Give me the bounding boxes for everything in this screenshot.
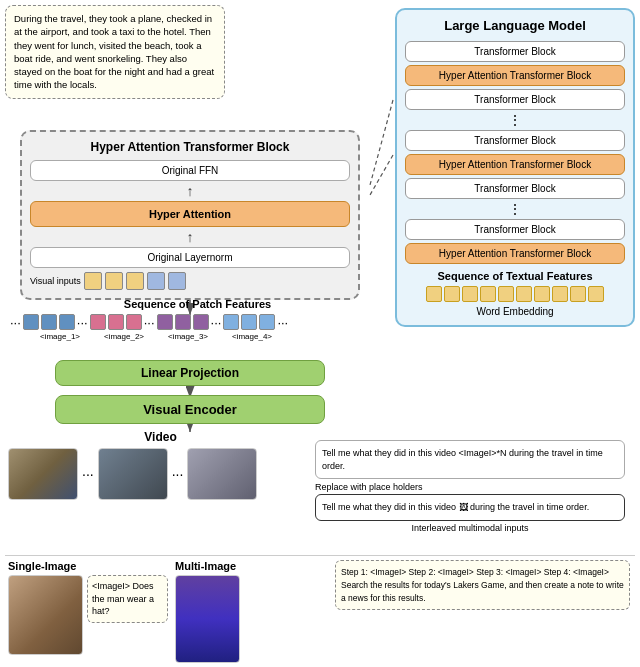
patch-b1 — [23, 314, 39, 330]
hyper-attention-box: Hyper Attention — [30, 201, 350, 227]
tex-feat-1 — [426, 286, 442, 302]
vi-box-4 — [147, 272, 165, 290]
llm-block-3: Transformer Block — [405, 130, 625, 151]
text-passage-box: During the travel, they took a plane, ch… — [5, 5, 225, 99]
patch-dots-4: ··· — [211, 315, 222, 330]
img-label-2: <image_2> — [94, 332, 154, 341]
patch-lb2 — [241, 314, 257, 330]
llm-dots-2: ⋮ — [405, 202, 625, 216]
video-frame-3 — [187, 448, 257, 500]
tex-feat-2 — [444, 286, 460, 302]
visual-inputs-label: Visual inputs — [30, 276, 81, 286]
patch-dots-2: ··· — [77, 315, 88, 330]
llm-hat-block-2: Hyper Attention Transformer Block — [405, 154, 625, 175]
tex-feat-9 — [570, 286, 586, 302]
patch-dots-3: ··· — [144, 315, 155, 330]
video-title: Video — [8, 430, 313, 444]
patch-section: Sequence of Patch Features ··· ··· ··· ·… — [10, 298, 385, 341]
tex-feat-6 — [516, 286, 532, 302]
patch-features-row: ··· ··· ··· ··· ··· — [10, 314, 385, 330]
patch-pu1 — [157, 314, 173, 330]
patch-p3 — [126, 314, 142, 330]
video-frame-2 — [98, 448, 168, 500]
tex-feat-5 — [498, 286, 514, 302]
query-box: Tell me what they did in this video <Ima… — [315, 440, 625, 479]
multi-image-frame — [175, 575, 240, 663]
single-image-title: Single-Image — [8, 560, 168, 572]
steps-box: Step 1: <ImageI> Step 2: <ImageI> Step 3… — [335, 560, 630, 610]
single-image-frame — [8, 575, 83, 655]
multi-image-title: Multi-Image — [175, 560, 330, 572]
patch-b3 — [59, 314, 75, 330]
query-text: Tell me what they did in this video <Ima… — [322, 448, 603, 471]
linear-projection-box: Linear Projection — [55, 360, 325, 386]
tex-feat-8 — [552, 286, 568, 302]
interleaved-section: Tell me what they did in this video <Ima… — [315, 440, 625, 533]
textual-features-label: Sequence of Textual Features — [405, 270, 625, 282]
arrow-ffn-to-ha: ↑ — [30, 184, 350, 198]
visual-encoder-box: Visual Encoder — [55, 395, 325, 424]
llm-panel: Large Language Model Transformer Block H… — [395, 8, 635, 327]
hat-block: Hyper Attention Transformer Block Origin… — [20, 130, 360, 300]
single-image-question: <ImageI> Does the man wear a hat? — [87, 575, 168, 623]
hat-block-title: Hyper Attention Transformer Block — [30, 140, 350, 154]
arrow-ha-to-ln: ↑ — [30, 230, 350, 244]
patch-features-label: Sequence of Patch Features — [10, 298, 385, 310]
replaced-box: Tell me what they did in this video 🖼 du… — [315, 494, 625, 521]
patch-pu2 — [175, 314, 191, 330]
svg-line-9 — [370, 155, 393, 195]
main-container: During the travel, they took a plane, ch… — [0, 0, 640, 667]
img-label-3: <image_3> — [158, 332, 218, 341]
video-section: Video ··· ··· — [8, 430, 313, 500]
img-label-1: <image_1> — [30, 332, 90, 341]
patch-p1 — [90, 314, 106, 330]
original-ffn-box: Original FFN — [30, 160, 350, 181]
single-image-content: <ImageI> Does the man wear a hat? — [8, 575, 168, 655]
vi-box-5 — [168, 272, 186, 290]
visual-inputs-row: Visual inputs — [30, 272, 350, 290]
video-frames-dots-2: ··· — [172, 466, 184, 482]
multi-image-section: Multi-Image — [175, 560, 330, 663]
replace-label: Replace with place holders — [315, 482, 625, 492]
patch-pu3 — [193, 314, 209, 330]
patch-dots-left: ··· — [10, 315, 21, 330]
video-frames-row: ··· ··· — [8, 448, 313, 500]
llm-hat-block-3: Hyper Attention Transformer Block — [405, 243, 625, 264]
vi-box-2 — [105, 272, 123, 290]
replaced-text: Tell me what they did in this video 🖼 du… — [322, 502, 589, 512]
svg-line-8 — [370, 100, 393, 185]
interleaved-label: Interleaved multimodal inputs — [315, 523, 625, 533]
llm-hat-block-1: Hyper Attention Transformer Block — [405, 65, 625, 86]
llm-block-4: Transformer Block — [405, 178, 625, 199]
llm-block-1: Transformer Block — [405, 41, 625, 62]
llm-title: Large Language Model — [405, 18, 625, 33]
tex-feat-10 — [588, 286, 604, 302]
image-labels-row: <image_1> <image_2> <image_3> <image_4> — [30, 332, 385, 341]
llm-dots-1: ⋮ — [405, 113, 625, 127]
tex-feat-3 — [462, 286, 478, 302]
patch-lb1 — [223, 314, 239, 330]
llm-block-5: Transformer Block — [405, 219, 625, 240]
video-frame-1 — [8, 448, 78, 500]
vi-box-3 — [126, 272, 144, 290]
tex-feat-4 — [480, 286, 496, 302]
textual-features-row — [405, 286, 625, 302]
bottom-divider — [5, 555, 635, 556]
video-frames-dots: ··· — [82, 466, 94, 482]
patch-dots-right: ··· — [277, 315, 288, 330]
patch-p2 — [108, 314, 124, 330]
img-label-4: <image_4> — [222, 332, 282, 341]
single-image-section: Single-Image <ImageI> Does the man wear … — [8, 560, 168, 655]
patch-b2 — [41, 314, 57, 330]
original-layernorm-box: Original Layernorm — [30, 247, 350, 268]
word-embedding-label: Word Embedding — [405, 306, 625, 317]
vi-box-1 — [84, 272, 102, 290]
llm-block-2: Transformer Block — [405, 89, 625, 110]
tex-feat-7 — [534, 286, 550, 302]
text-passage: During the travel, they took a plane, ch… — [14, 13, 214, 90]
patch-lb3 — [259, 314, 275, 330]
